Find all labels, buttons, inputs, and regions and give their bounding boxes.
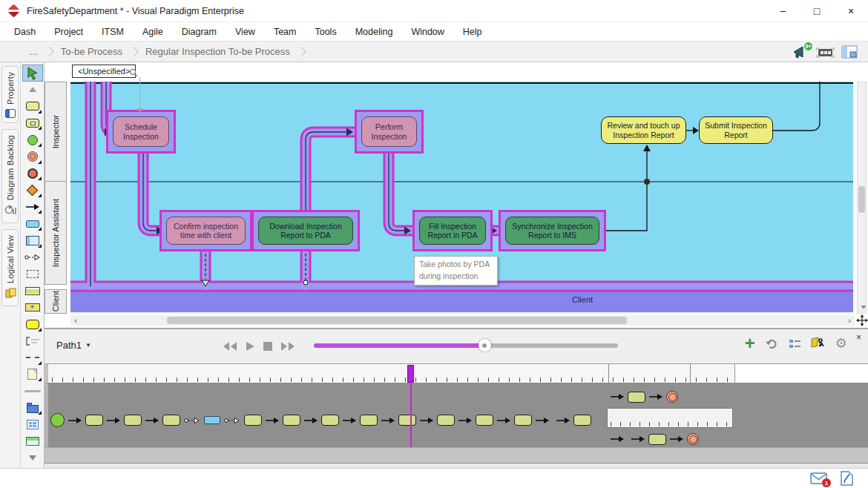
overview-tool[interactable] <box>22 416 43 433</box>
horizontal-scrollbar[interactable]: ‹ › <box>70 315 855 326</box>
lane-header-client[interactable]: Client <box>45 289 67 314</box>
data-object-tool[interactable] <box>22 215 43 232</box>
menu-item-agile[interactable]: Agile <box>142 27 163 37</box>
menu-item-team[interactable]: Team <box>274 27 297 37</box>
pointer-tool[interactable] <box>22 65 43 82</box>
menu-item-itsm[interactable]: ITSM <box>102 27 124 37</box>
text-annotation-tool[interactable] <box>22 333 43 350</box>
layout-panel-icon[interactable] <box>841 45 858 59</box>
refresh-button[interactable] <box>765 337 779 350</box>
menu-item-tools[interactable]: Tools <box>315 27 336 37</box>
minimize-button[interactable]: − <box>766 0 800 22</box>
menu-item-help[interactable]: Help <box>463 27 482 37</box>
vertical-scrollbar-thumb[interactable] <box>858 186 865 213</box>
lane-tool[interactable]: + <box>22 299 43 316</box>
task-node[interactable]: Fill Inspection Report in PDA <box>419 217 486 245</box>
close-button[interactable]: × <box>834 0 868 22</box>
group-tool[interactable] <box>22 266 43 283</box>
scroll-down[interactable] <box>22 450 43 467</box>
fast-forward-button[interactable] <box>280 341 295 352</box>
timeline-task-shape <box>573 415 591 426</box>
ruler-tick <box>125 377 125 382</box>
scroll-down-arrow-icon[interactable] <box>861 306 867 309</box>
pool-tool[interactable] <box>22 232 43 249</box>
details-list-button[interactable] <box>789 338 801 349</box>
breadcrumb-item[interactable]: To-be Process <box>55 46 128 57</box>
path-selector[interactable]: Path1 ▼ <box>56 340 91 351</box>
note-tool[interactable] <box>22 366 43 383</box>
task-node[interactable]: Submit Inspection Report <box>699 116 773 144</box>
sidebar-tab-logical-view[interactable]: Logical View <box>1 229 19 306</box>
export-animation-button[interactable] <box>811 337 826 350</box>
pan-tool-icon[interactable] <box>856 314 868 326</box>
play-button[interactable] <box>246 341 255 352</box>
breadcrumb-chevron-icon <box>45 47 54 56</box>
sequence-flow-tool[interactable] <box>22 199 43 216</box>
annotation-tool[interactable] <box>22 316 43 333</box>
playhead-line <box>410 383 412 447</box>
add-path-button[interactable]: + <box>745 336 755 351</box>
scroll-up[interactable] <box>22 82 43 99</box>
filmstrip-icon[interactable] <box>816 45 835 59</box>
start-event-tool[interactable] <box>22 131 43 148</box>
menu-item-diagram[interactable]: Diagram <box>182 27 217 37</box>
rewind-button[interactable] <box>223 341 237 352</box>
lane-header-inspector-assistant[interactable]: Inspector Assistant <box>45 181 67 285</box>
ruler-tick <box>654 377 655 382</box>
ruler-tick <box>343 377 343 382</box>
task-node[interactable]: Download Inspection Report to PDA <box>258 217 353 245</box>
task-node[interactable]: Schedule Inspection <box>113 116 169 147</box>
ruler-tick <box>620 422 621 426</box>
announcement-icon[interactable]: 9+ <box>792 44 809 59</box>
menu-item-project[interactable]: Project <box>54 27 83 37</box>
menu-item-view[interactable]: View <box>235 27 255 37</box>
diagram-canvas[interactable]: Schedule InspectionPerform InspectionRev… <box>70 82 853 314</box>
ruler-tick <box>52 377 53 382</box>
scroll-left-arrow-icon[interactable]: ‹ <box>70 316 81 325</box>
vertical-scrollbar[interactable] <box>857 82 867 314</box>
task-node[interactable]: Confirm inspection time with client <box>166 217 246 245</box>
sidebar-tab-property[interactable]: Property <box>1 66 19 123</box>
ruler-tick <box>218 377 219 382</box>
table-tool[interactable] <box>22 433 43 450</box>
progress-slider[interactable] <box>314 343 618 348</box>
task-node[interactable]: Review and touch up Inspection Report <box>601 116 686 144</box>
lane-header-inspector[interactable]: Inspector <box>45 82 67 182</box>
timeline-task-shape <box>244 415 262 426</box>
horizontal-scrollbar-thumb[interactable] <box>167 317 627 324</box>
playhead-marker[interactable] <box>407 365 414 383</box>
breadcrumb-item[interactable]: Regular Inspection To-be Process <box>139 46 296 57</box>
messages-icon[interactable]: 1 <box>810 472 827 484</box>
settings-gear-icon[interactable]: ⚙ <box>835 335 847 352</box>
sidebar-tab-diagram-backlog[interactable]: Diagram Backlog <box>1 129 19 223</box>
intermediate-event-tool[interactable] <box>22 148 43 165</box>
sub-process-tool[interactable] <box>22 115 43 132</box>
model-folder-tool[interactable] <box>22 400 43 417</box>
menu-item-window[interactable]: Window <box>411 27 444 37</box>
scroll-right-arrow-icon[interactable]: › <box>844 316 855 325</box>
gateway-tool[interactable] <box>22 182 43 199</box>
ruler-tick <box>696 377 697 382</box>
divider[interactable] <box>22 383 43 400</box>
stop-button[interactable] <box>263 342 272 351</box>
dashed-line-tool[interactable] <box>22 349 43 366</box>
menu-item-dash[interactable]: Dash <box>14 27 36 37</box>
ruler-tick <box>467 377 468 382</box>
horizontal-pool-tool[interactable] <box>22 283 43 300</box>
task-node[interactable]: Synchronize Inspection Report to IMS <box>505 217 599 245</box>
connector-name-editor[interactable]: <Unspecified> <box>72 65 136 78</box>
message-flow-tool[interactable] <box>22 249 43 266</box>
maximize-button[interactable]: □ <box>800 0 834 22</box>
end-event-tool[interactable] <box>22 165 43 182</box>
progress-slider-knob[interactable] <box>479 339 491 352</box>
panel-close-button[interactable]: × <box>856 332 861 343</box>
task-node[interactable]: Perform Inspection <box>361 116 417 147</box>
menu-item-modeling[interactable]: Modeling <box>355 27 393 37</box>
timeline-msg-shape <box>224 417 240 424</box>
timeline-task-shape <box>162 415 180 426</box>
timeline-ruler[interactable] <box>45 363 868 383</box>
task-tool[interactable] <box>22 98 43 115</box>
breadcrumb-item[interactable]: ... <box>24 46 44 57</box>
ruler-tick <box>405 377 406 382</box>
edit-document-icon[interactable] <box>841 471 853 486</box>
